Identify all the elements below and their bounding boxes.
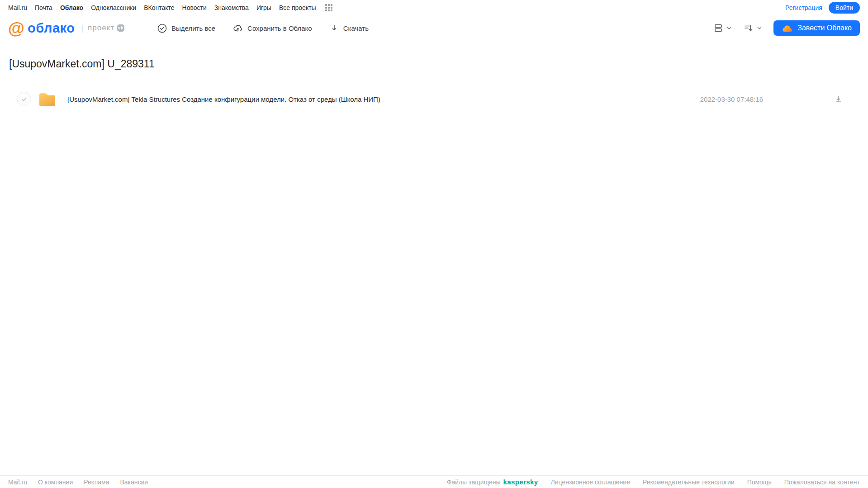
chevron-down-icon (726, 25, 732, 31)
portal-link-dating[interactable]: Знакомства (214, 4, 249, 11)
sort-dropdown[interactable] (743, 23, 763, 33)
portal-link-mail[interactable]: Почта (35, 4, 52, 11)
portal-auth: Регистрация Войти (785, 2, 860, 14)
download-icon (329, 23, 339, 33)
footer-right-links: Файлы защищены kaspersky Лицензионное со… (447, 478, 860, 486)
row-download-button[interactable] (834, 95, 843, 104)
download-label: Скачать (343, 24, 369, 32)
portal-links: Mail.ru Почта Облако Одноклассники ВКонт… (8, 4, 333, 12)
portal-link-odnoklassniki[interactable]: Одноклассники (91, 4, 136, 11)
portal-link-games[interactable]: Игры (256, 4, 271, 11)
portal-link-all-projects[interactable]: Все проекты (279, 4, 316, 11)
download-underline-icon (834, 95, 843, 104)
create-cloud-label: Завести Облако (797, 24, 852, 32)
footer-link-mailru[interactable]: Mail.ru (8, 479, 27, 486)
portal-link-vkontakte[interactable]: ВКонтакте (144, 4, 174, 11)
chevron-down-icon (756, 25, 763, 31)
files-protected-label: Файлы защищены (447, 479, 501, 486)
check-icon (21, 96, 28, 103)
create-cloud-button[interactable]: Завести Облако (773, 20, 860, 36)
mailru-at-icon: @ (8, 20, 24, 37)
footer-link-report-content[interactable]: Пожаловаться на контент (784, 479, 860, 486)
select-all-label: Выделить все (171, 24, 215, 32)
logo-separator: | (81, 24, 83, 33)
footer-left-links: Mail.ru О компании Реклама Вакансии (8, 479, 148, 486)
main-content: [UsupovMarket.com] U_289311 [UsupovMarke… (0, 58, 868, 108)
footer-link-license[interactable]: Лицензионное соглашение (551, 479, 630, 486)
check-circle-icon (157, 23, 167, 33)
page-footer: Mail.ru О компании Реклама Вакансии Файл… (0, 475, 868, 488)
footer-link-help[interactable]: Помощь (747, 479, 772, 486)
file-name[interactable]: [UsupovMarket.com] Tekla Structures Созд… (67, 95, 380, 103)
download-button[interactable]: Скачать (329, 23, 369, 33)
select-all-button[interactable]: Выделить все (157, 23, 215, 33)
row-checkbox[interactable] (17, 92, 31, 106)
cloud-logo-text: облако (28, 22, 75, 35)
cloud-logo[interactable]: @ облако | проект vk (8, 20, 124, 37)
portal-link-mailru[interactable]: Mail.ru (8, 4, 27, 11)
project-label-text: проект (88, 24, 114, 33)
cloud-toolbar: @ облако | проект vk Выделить все Сохран… (0, 15, 868, 41)
login-button[interactable]: Войти (829, 2, 860, 14)
portal-navbar: Mail.ru Почта Облако Одноклассники ВКонт… (0, 0, 868, 15)
sort-icon (743, 23, 754, 33)
file-modified-date: 2022-03-30 07:48:16 (700, 95, 763, 103)
project-label: проект vk (88, 24, 124, 33)
save-to-cloud-button[interactable]: Сохранить в Облако (232, 23, 312, 33)
kaspersky-logo[interactable]: kaspersky (503, 478, 538, 486)
apps-grid-icon[interactable] (325, 4, 333, 12)
footer-link-about[interactable]: О компании (38, 479, 73, 486)
toolbar-right: Завести Облако (713, 20, 860, 36)
portal-link-news[interactable]: Новости (182, 4, 207, 11)
folder-icon (37, 90, 57, 108)
footer-link-ads[interactable]: Реклама (84, 479, 109, 486)
portal-link-cloud[interactable]: Облако (60, 4, 83, 11)
registration-link[interactable]: Регистрация (785, 4, 822, 11)
save-to-cloud-label: Сохранить в Облако (247, 24, 312, 32)
list-view-icon (713, 23, 724, 33)
footer-link-jobs[interactable]: Вакансии (120, 479, 148, 486)
vk-badge-icon: vk (117, 24, 124, 32)
page-title: [UsupovMarket.com] U_289311 (9, 58, 859, 70)
toolbar-actions: Выделить все Сохранить в Облако Скачать (157, 23, 369, 33)
view-mode-dropdown[interactable] (713, 23, 732, 33)
cloud-upload-icon (232, 23, 243, 33)
file-row[interactable]: [UsupovMarket.com] Tekla Structures Созд… (9, 90, 859, 108)
footer-link-recommendation-tech[interactable]: Рекомендательные технологии (643, 479, 735, 486)
kaspersky-protection: Файлы защищены kaspersky (447, 478, 538, 486)
cloud-orange-icon (782, 24, 793, 33)
